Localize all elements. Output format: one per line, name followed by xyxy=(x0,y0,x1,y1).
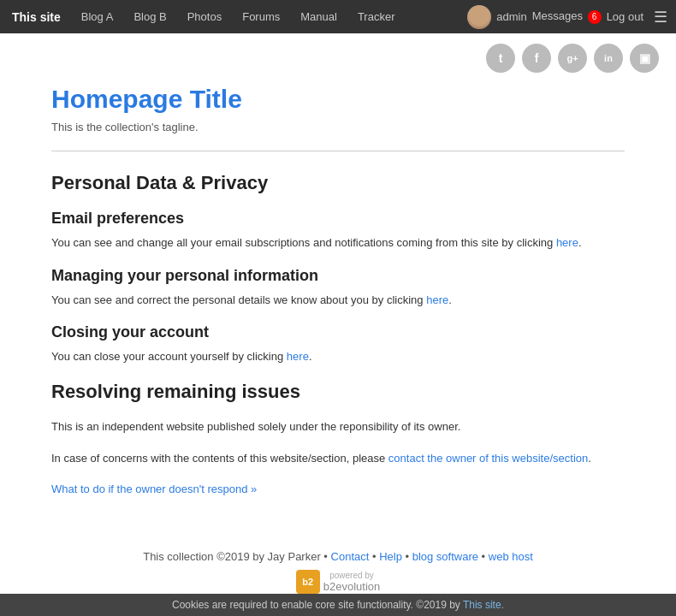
close-account-text: You can close your account yourself by c… xyxy=(51,348,625,365)
social-bar: t f g+ in ▣ xyxy=(0,33,676,76)
personal-info-link[interactable]: here xyxy=(426,293,448,306)
nav-link-manual[interactable]: Manual xyxy=(290,0,347,33)
divider xyxy=(51,151,625,151)
nav-admin-label[interactable]: admin xyxy=(496,10,526,23)
footer-help-link[interactable]: Help xyxy=(379,550,402,563)
nav-links: Blog A Blog B Photos Forums Manual Track… xyxy=(71,0,468,33)
close-account-heading: Closing your account xyxy=(51,323,625,341)
email-prefs-link[interactable]: here xyxy=(556,236,578,249)
homepage-title: Homepage Title xyxy=(51,85,625,114)
b2evolution-logo: b2 powered by b2evolution xyxy=(296,570,381,594)
footer-text: This collection ©2019 by Jay Parker • Co… xyxy=(0,550,676,563)
nav-right: admin Messages 6 Log out ☰ xyxy=(467,5,667,29)
main-content: Homepage Title This is the collection's … xyxy=(0,76,676,533)
tagline: This is the collection's tagline. xyxy=(51,121,625,133)
footer-logo: b2 powered by b2evolution xyxy=(0,570,676,594)
footer-web-host-link[interactable]: web host xyxy=(489,550,533,563)
email-prefs-heading: Email preferences xyxy=(51,210,625,228)
cookie-text: Cookies are required to enable core site… xyxy=(172,599,463,602)
hamburger-icon[interactable]: ☰ xyxy=(654,8,667,27)
contact-owner-link[interactable]: contact the owner of this website/sectio… xyxy=(388,452,588,465)
resolving-text-1: This is an independent website published… xyxy=(51,418,625,435)
b2evo-text-block: powered by b2evolution xyxy=(323,571,381,593)
nav-brand[interactable]: This site xyxy=(9,10,71,24)
twitter-icon[interactable]: t xyxy=(486,44,515,73)
linkedin-icon[interactable]: in xyxy=(594,44,623,73)
resolving-text-2: In case of concerns with the contents of… xyxy=(51,450,625,467)
email-prefs-text: You can see and change all your email su… xyxy=(51,234,625,252)
personal-info-text: You can see and correct the personal det… xyxy=(51,292,625,309)
nav-link-blog-a[interactable]: Blog A xyxy=(71,0,124,33)
close-account-link[interactable]: here xyxy=(287,350,309,363)
personal-info-heading: Managing your personal information xyxy=(51,267,625,285)
b2evo-icon: b2 xyxy=(296,570,320,594)
nav-link-forums[interactable]: Forums xyxy=(232,0,290,33)
navigation: This site Blog A Blog B Photos Forums Ma… xyxy=(0,0,676,33)
b2evolution-text: b2evolution xyxy=(323,580,381,593)
avatar-image xyxy=(467,5,491,29)
cookie-bar: Cookies are required to enable core site… xyxy=(0,594,676,602)
google-plus-icon[interactable]: g+ xyxy=(558,44,587,73)
privacy-section-title: Personal Data & Privacy xyxy=(51,172,625,194)
nav-link-photos[interactable]: Photos xyxy=(177,0,232,33)
nav-link-tracker[interactable]: Tracker xyxy=(347,0,406,33)
footer-blog-software-link[interactable]: blog software xyxy=(412,550,478,563)
nav-messages[interactable]: Messages 6 xyxy=(532,9,602,24)
messages-badge: 6 xyxy=(588,10,602,24)
nav-link-blog-b[interactable]: Blog B xyxy=(123,0,176,33)
what-to-do-link[interactable]: What to do if the owner doesn't respond … xyxy=(51,483,625,495)
powered-by-text: powered by xyxy=(323,571,381,580)
avatar[interactable] xyxy=(467,5,491,29)
footer-contact-link[interactable]: Contact xyxy=(331,550,370,563)
resolving-section-title: Resolving remaining issues xyxy=(51,381,625,403)
nav-logout[interactable]: Log out xyxy=(607,10,643,23)
footer: This collection ©2019 by Jay Parker • Co… xyxy=(0,533,676,602)
rss-icon[interactable]: ▣ xyxy=(630,44,659,73)
cookie-site-link[interactable]: This site. xyxy=(463,599,504,602)
facebook-icon[interactable]: f xyxy=(522,44,551,73)
